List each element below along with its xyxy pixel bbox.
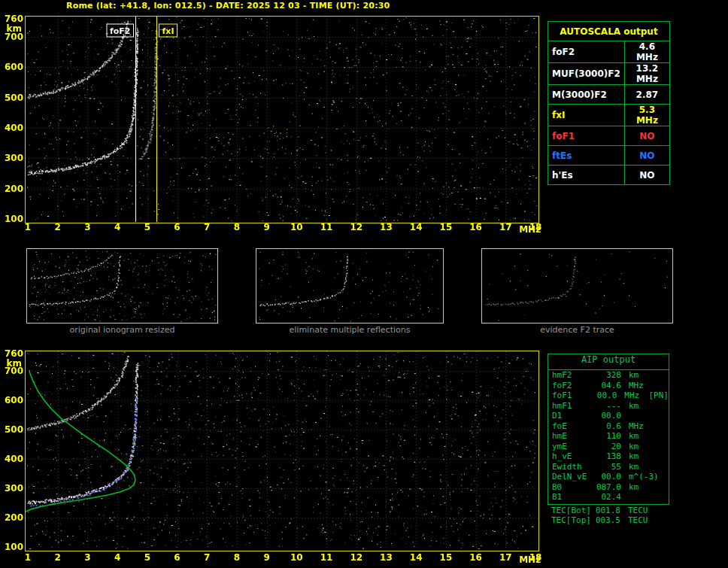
param-name: foF1	[548, 126, 625, 146]
aip-param-name: hmF2	[552, 370, 596, 381]
page-title: Rome (lat: +41.8, lon: 012.5) - DATE: 20…	[66, 1, 390, 11]
aip-row: h_vE138km	[548, 451, 669, 462]
aip-param-value: 138	[596, 451, 621, 462]
aip-param-value: 02.4	[596, 492, 621, 503]
autoscala-table-title: AUTOSCALA output	[548, 22, 670, 41]
aip-param-value: 00.0	[596, 472, 621, 482]
autoscala-row: M(3000)F22.87	[548, 85, 670, 105]
aip-row: foF204.6MHz	[548, 381, 669, 391]
aip-param-unit: km	[629, 451, 651, 462]
aip-param-name: B1	[552, 492, 596, 503]
aip-table-title: AIP output	[548, 354, 669, 370]
aip-row: ymE20km	[548, 442, 669, 452]
aip-row: DelN_vE00.0m^(-3)	[548, 472, 669, 482]
param-name: M(3000)F2	[548, 85, 625, 105]
param-value: 5.3 MHz	[624, 105, 669, 126]
aip-param-name: foF2	[552, 381, 596, 391]
aip-row: B102.4	[548, 492, 669, 503]
aip-param-name: hmE	[552, 431, 596, 442]
param-name: MUF(3000)F2	[548, 63, 625, 85]
thumbnail-eliminate-reflections	[256, 248, 444, 323]
aip-row: Ewidth55km	[548, 462, 669, 472]
thumbnail-caption: evidence F2 trace	[481, 325, 673, 335]
aip-param-unit: TECU	[628, 506, 651, 516]
aip-param-note: [PN]	[649, 390, 669, 401]
autoscala-row: foF24.6 MHz	[548, 41, 670, 63]
autoscala-table-body: foF24.6 MHzMUF(3000)F213.2 MHzM(3000)F22…	[548, 41, 670, 185]
autoscala-row: ftEsNO	[548, 146, 670, 166]
aip-param-unit: km	[629, 401, 651, 412]
aip-param-value: 110	[596, 431, 621, 442]
aip-param-name: DelN_vE	[552, 472, 596, 482]
param-value: NO	[624, 166, 669, 185]
aip-box: AIP output hmF2328kmfoF204.6MHzfoF100.0M…	[548, 354, 669, 505]
aip-row: B0087.0km	[548, 482, 669, 493]
top-ionogram-chart	[0, 11, 545, 236]
aip-row: foE0.6MHz	[548, 421, 669, 432]
aip-row: hmF2328km	[548, 370, 669, 381]
aip-row: hmE110km	[548, 431, 669, 442]
autoscala-row: MUF(3000)F213.2 MHz	[548, 63, 670, 85]
aip-param-name: Ewidth	[552, 462, 596, 472]
param-name: foF2	[548, 41, 625, 63]
aip-param-unit: MHz	[624, 390, 645, 401]
aip-row: hmF1---km	[548, 401, 669, 412]
param-value: 2.87	[624, 85, 669, 105]
aip-tec-rows: TEC[Bot]001.8TECUTEC[Top]003.5TECU	[548, 506, 669, 526]
aip-param-unit: km	[629, 370, 651, 381]
aip-param-unit: km	[629, 482, 651, 493]
aip-param-name: foE	[552, 421, 596, 432]
aip-param-value: 087.0	[596, 482, 621, 493]
aip-row: foF100.0MHz[PN]	[548, 390, 669, 401]
aip-param-value: 001.8	[595, 506, 620, 516]
param-name: h'Es	[548, 166, 625, 185]
aip-param-unit: TECU	[628, 515, 651, 526]
aip-param-unit: MHz	[629, 421, 651, 432]
param-value: NO	[624, 126, 669, 146]
autoscala-row: h'EsNO	[548, 166, 670, 185]
aip-param-name: h_vE	[552, 451, 596, 462]
autoscala-screen: Rome (lat: +41.8, lon: 012.5) - DATE: 20…	[0, 0, 728, 568]
aip-param-name: B0	[552, 482, 596, 493]
aip-param-unit: km	[629, 442, 651, 452]
autoscala-output-table: AUTOSCALA output foF24.6 MHzMUF(3000)F21…	[548, 21, 670, 185]
param-value: NO	[624, 146, 669, 166]
thumbnail-caption: eliminate multiple reflections	[256, 325, 444, 335]
aip-param-value: 20	[596, 442, 621, 452]
aip-param-name: D1	[552, 411, 596, 421]
aip-param-value: 0.6	[596, 421, 621, 432]
aip-param-name: TEC[Top]	[551, 515, 595, 526]
aip-param-unit	[629, 492, 651, 503]
aip-tec-row: TEC[Top]003.5TECU	[548, 515, 669, 526]
param-value: 4.6 MHz	[624, 41, 669, 63]
aip-param-value: 328	[596, 370, 621, 381]
autoscala-row: foF1NO	[548, 126, 670, 146]
aip-param-name: TEC[Bot]	[551, 506, 595, 516]
aip-param-unit: km	[629, 431, 651, 442]
aip-param-value: 00.0	[596, 411, 621, 421]
aip-param-unit: km	[629, 462, 651, 472]
aip-param-value: 55	[596, 462, 621, 472]
aip-param-value: 04.6	[596, 381, 621, 391]
aip-tec-row: TEC[Bot]001.8TECU	[548, 506, 669, 516]
param-name: fxI	[548, 105, 625, 126]
param-name: ftEs	[548, 146, 625, 166]
autoscala-table-header: AUTOSCALA output	[548, 22, 670, 41]
aip-param-value: 00.0	[593, 390, 617, 401]
thumbnail-evidence-f2-trace	[481, 248, 673, 323]
aip-param-unit: m^(-3)	[629, 472, 651, 482]
aip-table-body: hmF2328kmfoF204.6MHzfoF100.0MHz[PN]hmF1-…	[548, 370, 669, 503]
aip-row: D100.0	[548, 411, 669, 421]
thumbnail-original-ionogram	[26, 248, 218, 323]
aip-param-unit: MHz	[629, 381, 651, 391]
aip-param-name: hmF1	[552, 401, 596, 412]
aip-param-value: ---	[596, 401, 621, 412]
param-value: 13.2 MHz	[624, 63, 669, 85]
autoscala-row: fxI5.3 MHz	[548, 105, 670, 126]
aip-param-unit	[629, 411, 651, 421]
aip-output-table: AIP output hmF2328kmfoF204.6MHzfoF100.0M…	[548, 354, 669, 526]
thumbnail-caption: original ionogram resized	[26, 325, 218, 335]
bottom-ionogram-chart	[0, 345, 545, 568]
aip-param-name: foF1	[552, 390, 593, 401]
aip-param-name: ymE	[552, 442, 596, 452]
